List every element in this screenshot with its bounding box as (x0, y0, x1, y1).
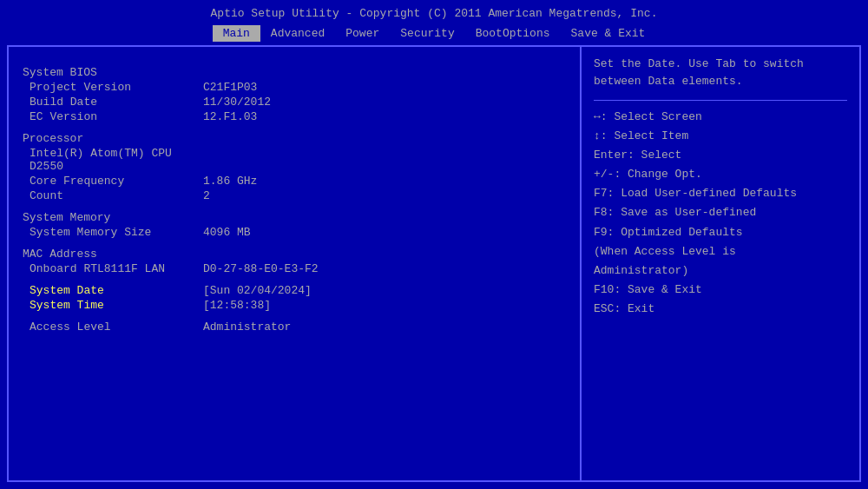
ec-version-row: EC Version 12.F1.03 (23, 110, 566, 123)
access-level-row: Access Level Administrator (23, 320, 566, 334)
system-date-value[interactable]: [Sun 02/04/2024] (203, 284, 312, 297)
access-level-value: Administrator (203, 320, 291, 334)
count-label: Count (30, 189, 203, 202)
project-version-label: Project Version (30, 81, 203, 94)
key-change-opt: +/-: Change Opt. (594, 165, 847, 184)
menu-bar[interactable]: Main Advanced Power Security BootOptions… (0, 23, 868, 45)
core-freq-label: Core Frequency (30, 175, 203, 188)
system-time-row[interactable]: System Time [12:58:38] (23, 299, 566, 312)
core-freq-value: 1.86 GHz (203, 175, 257, 188)
system-date-label: System Date (30, 284, 203, 297)
ec-version-value: 12.F1.03 (203, 110, 257, 123)
menu-item-security[interactable]: Security (390, 25, 464, 42)
system-date-row[interactable]: System Date [Sun 02/04/2024] (23, 284, 566, 297)
key-f8: F8: Save as User-defined (594, 203, 847, 222)
key-enter: Enter: Select (594, 146, 847, 165)
right-divider (594, 100, 847, 101)
key-f9-note2: Administrator) (594, 261, 847, 281)
access-level-label: Access Level (30, 320, 203, 334)
key-help: ↔: Select Screen ↕: Select Item Enter: S… (594, 108, 847, 319)
memory-size-label: System Memory Size (30, 226, 203, 239)
project-version-row: Project Version C21F1P03 (23, 81, 566, 94)
mac-address-section: MAC Address (23, 248, 566, 261)
key-f7: F7: Load User-defined Defaults (594, 184, 847, 203)
project-version-value: C21F1P03 (203, 81, 257, 94)
right-panel: Set the Date. Use Tab to switch between … (582, 47, 859, 480)
menu-item-power[interactable]: Power (335, 25, 390, 42)
bios-screen: Aptio Setup Utility - Copyright (C) 2011… (0, 0, 868, 489)
count-value: 2 (203, 189, 210, 202)
onboard-lan-value: D0-27-88-E0-E3-F2 (203, 262, 319, 275)
title-text: Aptio Setup Utility - Copyright (C) 2011… (211, 7, 658, 20)
processor-section: Processor (23, 132, 566, 145)
left-panel: System BIOS Project Version C21F1P03 Bui… (9, 47, 582, 480)
system-memory-section: System Memory (23, 211, 566, 224)
build-date-value: 11/30/2012 (203, 96, 271, 109)
system-time-label: System Time (30, 299, 203, 312)
system-bios-section: System BIOS (23, 66, 566, 79)
key-esc: ESC: Exit (594, 300, 847, 319)
menu-item-advanced[interactable]: Advanced (260, 25, 335, 42)
cpu-row: Intel(R) Atom(TM) CPU D2550 (23, 147, 566, 173)
onboard-lan-label: Onboard RTL8111F LAN (30, 262, 203, 275)
key-select-screen: ↔: Select Screen (594, 108, 847, 127)
build-date-label: Build Date (30, 96, 203, 109)
menu-item-bootoptions[interactable]: BootOptions (465, 25, 561, 42)
system-time-value[interactable]: [12:58:38] (203, 299, 271, 312)
cpu-label: Intel(R) Atom(TM) CPU D2550 (30, 147, 203, 173)
memory-size-value: 4096 MB (203, 226, 251, 239)
ec-version-label: EC Version (30, 110, 203, 123)
count-row: Count 2 (23, 189, 566, 202)
core-freq-row: Core Frequency 1.86 GHz (23, 175, 566, 188)
hint-text: Set the Date. Use Tab to switch between … (594, 56, 847, 89)
memory-size-row: System Memory Size 4096 MB (23, 226, 566, 239)
key-f9: F9: Optimized Defaults (594, 223, 847, 242)
menu-item-save-exit[interactable]: Save & Exit (561, 25, 656, 42)
title-bar: Aptio Setup Utility - Copyright (C) 2011… (0, 0, 868, 23)
onboard-lan-row: Onboard RTL8111F LAN D0-27-88-E0-E3-F2 (23, 262, 566, 275)
key-select-item: ↕: Select Item (594, 127, 847, 146)
build-date-row: Build Date 11/30/2012 (23, 96, 566, 109)
menu-item-main[interactable]: Main (213, 25, 260, 42)
key-f9-note1: (When Access Level is (594, 242, 847, 261)
key-f10: F10: Save & Exit (594, 281, 847, 300)
content-area: System BIOS Project Version C21F1P03 Bui… (7, 45, 861, 482)
